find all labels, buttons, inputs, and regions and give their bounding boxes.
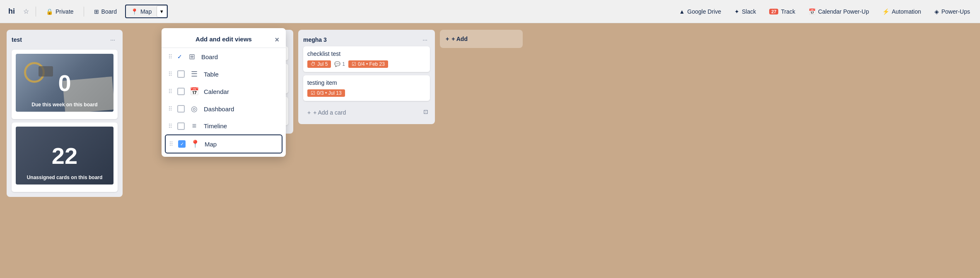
test-card-1[interactable]: 0 Due this week on this board: [12, 50, 118, 119]
board-icon: ⊞: [94, 8, 99, 15]
calendar-checkbox[interactable]: [177, 88, 185, 95]
divider-1: [36, 7, 36, 17]
topbar: hi ☆ 🔒 Private ⊞ Board 📍 Map ▾ ▲ Google …: [0, 0, 980, 23]
slack-button[interactable]: ✦ Slack: [729, 6, 761, 17]
dashboard-checkbox[interactable]: [177, 105, 185, 113]
views-dropdown-panel: Add and edit views × ⠿ ✓ ⊞ Board ⠿ ☰ Tab…: [162, 28, 286, 157]
drag-handle-table[interactable]: ⠿: [168, 71, 172, 77]
add-column-button[interactable]: + + Add: [440, 30, 523, 48]
table-view-icon: ☰: [190, 70, 199, 79]
megha3-card-1-comments: 💬 1: [334, 61, 345, 67]
lock-icon: 🔒: [46, 8, 53, 15]
megha3-card-2-badges: ☑ 0/3 • Jul 13: [307, 89, 426, 97]
board-view-icon: ⊞: [187, 52, 196, 61]
map-checkbox[interactable]: ✓: [178, 140, 186, 148]
clock-icon-date: ⏱: [311, 61, 316, 67]
powerups-icon: ◈: [934, 8, 939, 15]
automation-icon: ⚡: [882, 8, 889, 15]
timeline-checkbox[interactable]: [177, 122, 185, 130]
comment-icon: 💬: [334, 61, 340, 67]
checklist-icon-card2: ☑: [311, 90, 315, 96]
drag-handle-map[interactable]: ⠿: [169, 141, 173, 147]
plus-icon: +: [307, 109, 311, 116]
camera-decoration: [39, 66, 53, 77]
dropdown-item-map[interactable]: ⠿ ✓ 📍 Map: [165, 134, 282, 153]
views-dropdown-button[interactable]: ▾: [157, 5, 167, 17]
calendar-view-icon: 📅: [190, 87, 199, 96]
drag-handle-dashboard[interactable]: ⠿: [168, 105, 172, 112]
test-card-2-image: 22 Unassigned cards on this board: [16, 127, 113, 185]
timeline-view-icon: ≡: [190, 122, 199, 130]
megha3-card-2-title: testing item: [307, 79, 426, 86]
divider-2: [84, 7, 84, 17]
board-view-button[interactable]: ⊞ Board: [89, 6, 122, 17]
drag-handle-board[interactable]: ⠿: [168, 53, 172, 60]
megha3-card-1-date: ⏱ Jul 5: [307, 60, 331, 68]
dropdown-close-button[interactable]: ×: [273, 34, 281, 46]
board-title: hi: [5, 5, 18, 17]
slack-icon: ✦: [734, 8, 739, 15]
megha3-column: megha 3 ··· checklist test ⏱ Jul 5 💬 1 ☑…: [298, 30, 435, 124]
test-card-2[interactable]: 22 Unassigned cards on this board: [12, 122, 118, 192]
add-column-icon: +: [446, 36, 449, 42]
track-label: Track: [781, 8, 795, 15]
calendar-icon: 📅: [809, 8, 816, 15]
drag-handle-timeline[interactable]: ⠿: [168, 123, 172, 129]
card-1-number: 0: [58, 70, 71, 96]
map-view-icon: 📍: [191, 139, 200, 149]
calendar-powerup-button[interactable]: 📅 Calendar Power-Up: [804, 6, 874, 17]
card-2-number: 22: [52, 142, 77, 169]
main-content: test ··· 0 Due this week on this board 2: [0, 23, 980, 278]
dropdown-title: Add and edit views ×: [162, 31, 286, 48]
dropdown-item-board[interactable]: ⠿ ✓ ⊞ Board: [162, 48, 286, 65]
megha3-card-1-title: checklist test: [307, 50, 426, 57]
dashboard-view-icon: ◎: [190, 104, 199, 113]
dropdown-item-table[interactable]: ⠿ ☰ Table: [162, 65, 286, 83]
dropdown-item-dashboard[interactable]: ⠿ ◎ Dashboard: [162, 100, 286, 117]
automation-button[interactable]: ⚡ Automation: [877, 6, 926, 17]
dropdown-item-timeline[interactable]: ⠿ ≡ Timeline: [162, 117, 286, 134]
map-view-button[interactable]: 📍 Map: [126, 6, 157, 17]
track-button[interactable]: 27 Track: [764, 6, 800, 17]
chevron-down-icon: ▾: [160, 8, 163, 14]
private-button[interactable]: 🔒 Private: [41, 6, 79, 17]
drag-handle-calendar[interactable]: ⠿: [168, 88, 172, 95]
calendar-view-label: Calendar: [204, 88, 229, 95]
test-column-title: test: [12, 36, 22, 43]
google-drive-icon: ▲: [679, 8, 685, 15]
megha3-card-1-checklist: ☑ 0/4 • Feb 23: [348, 60, 388, 68]
megha3-card-1-badges: ⏱ Jul 5 💬 1 ☑ 0/4 • Feb 23: [307, 60, 426, 68]
megha3-add-card-button[interactable]: + + Add a card: [303, 106, 422, 119]
megha3-column-title: megha 3: [303, 36, 327, 43]
track-badge: 27: [769, 9, 778, 14]
test-column-header: test ···: [12, 35, 118, 45]
dashboard-view-label: Dashboard: [204, 105, 234, 113]
megha3-card-2[interactable]: testing item ☑ 0/3 • Jul 13: [303, 75, 430, 101]
card-1-label: Due this week on this board: [16, 102, 113, 108]
card-template-icon[interactable]: ⊡: [422, 107, 430, 117]
google-drive-button[interactable]: ▲ Google Drive: [674, 6, 726, 17]
timeline-view-label: Timeline: [204, 122, 227, 129]
powerups-button[interactable]: ◈ Power-Ups: [929, 6, 975, 17]
megha3-card-2-checklist: ☑ 0/3 • Jul 13: [307, 89, 345, 97]
checklist-icon-card1: ☑: [352, 61, 356, 67]
megha3-card-1[interactable]: checklist test ⏱ Jul 5 💬 1 ☑ 0/4 • Feb 2…: [303, 46, 430, 72]
dropdown-item-calendar[interactable]: ⠿ 📅 Calendar: [162, 83, 286, 100]
board-check-icon: ✓: [177, 53, 182, 60]
test-card-1-image: 0 Due this week on this board: [16, 54, 113, 112]
test-column: test ··· 0 Due this week on this board 2: [7, 30, 123, 197]
map-view-label: Map: [205, 141, 217, 148]
megha3-column-header: megha 3 ···: [303, 35, 430, 45]
table-view-label: Table: [204, 71, 219, 78]
table-checkbox[interactable]: [177, 70, 185, 78]
card-2-label: Unassigned cards on this board: [16, 175, 113, 180]
map-icon: 📍: [131, 8, 138, 15]
test-column-menu[interactable]: ···: [108, 35, 118, 45]
star-icon[interactable]: ☆: [22, 6, 31, 17]
board-view-label: Board: [201, 53, 218, 60]
megha3-column-menu[interactable]: ···: [420, 35, 430, 45]
